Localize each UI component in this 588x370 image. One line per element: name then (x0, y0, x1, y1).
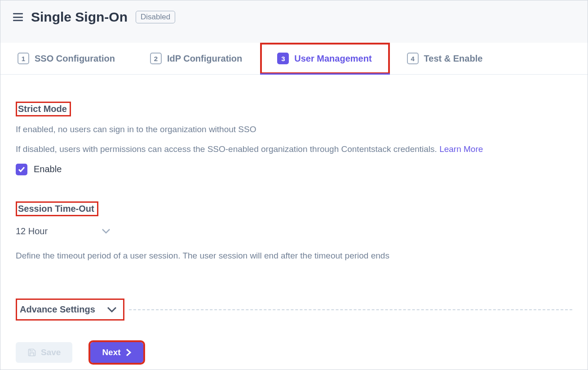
advance-settings-toggle[interactable]: Advance Settings (16, 299, 124, 321)
save-button: Save (16, 342, 72, 363)
advance-settings-label: Advance Settings (20, 304, 95, 315)
strict-mode-heading: Strict Mode (18, 104, 67, 114)
chevron-down-icon (102, 228, 111, 234)
tab-idp-configuration[interactable]: 2 IdP Configuration (133, 43, 260, 74)
next-button-label: Next (102, 348, 120, 357)
next-button[interactable]: Next (90, 342, 143, 363)
session-timeout-section: Session Time-Out 12 Hour Define the time… (16, 201, 572, 263)
learn-more-link[interactable]: Learn More (439, 144, 483, 154)
tab-number: 2 (150, 53, 162, 64)
enable-checkbox-row: Enable (16, 164, 572, 175)
tab-label: SSO Configuration (35, 53, 115, 64)
tab-label: IdP Configuration (167, 53, 242, 64)
tabs: 1 SSO Configuration 2 IdP Configuration … (0, 43, 588, 75)
menu-icon[interactable] (13, 13, 23, 21)
chevron-right-icon (125, 348, 132, 357)
session-timeout-value: 12 Hour (16, 226, 48, 236)
tab-number: 4 (407, 53, 419, 64)
tab-sso-configuration[interactable]: 1 SSO Configuration (0, 43, 133, 74)
action-bar: Save Next (16, 342, 572, 363)
save-icon (27, 348, 36, 357)
content-area: Strict Mode If enabled, no users can sig… (0, 75, 588, 370)
advance-settings-row: Advance Settings (16, 299, 572, 321)
strict-mode-section: Strict Mode If enabled, no users can sig… (16, 102, 572, 175)
tab-label: User Management (294, 53, 371, 64)
page-header: Single Sign-On Disabled (0, 0, 588, 43)
session-timeout-select[interactable]: 12 Hour (16, 226, 572, 236)
session-timeout-heading: Session Time-Out (18, 204, 94, 214)
tab-number: 1 (18, 53, 29, 64)
tab-user-management[interactable]: 3 User Management (260, 43, 389, 74)
strict-mode-desc-2-text: If disabled, users with permissions can … (16, 144, 439, 154)
status-badge: Disabled (136, 11, 175, 23)
enable-checkbox-label: Enable (34, 164, 62, 174)
tab-test-enable[interactable]: 4 Test & Enable (390, 43, 501, 74)
highlight-box: Session Time-Out (16, 201, 98, 216)
enable-checkbox[interactable] (16, 164, 27, 175)
divider (129, 309, 572, 310)
strict-mode-desc-2: If disabled, users with permissions can … (16, 143, 572, 156)
strict-mode-desc-1: If enabled, no users can sign in to the … (16, 123, 572, 136)
session-timeout-desc: Define the timeout period of a user sess… (16, 249, 572, 263)
chevron-down-icon (107, 307, 117, 312)
page-title: Single Sign-On (31, 9, 128, 25)
tab-number: 3 (277, 53, 289, 64)
highlight-box: Strict Mode (16, 102, 71, 116)
save-button-label: Save (41, 348, 61, 357)
tab-label: Test & Enable (424, 53, 483, 64)
